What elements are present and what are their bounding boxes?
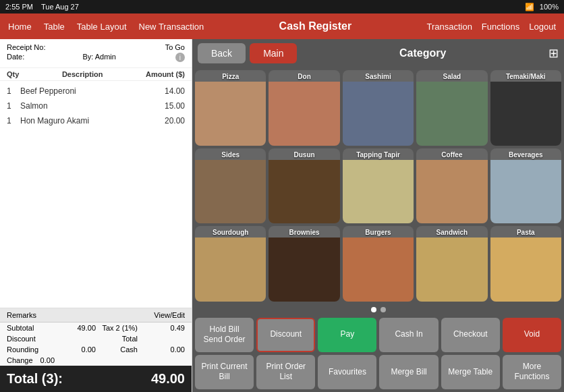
print-order-button[interactable]: Print Order List <box>256 355 315 389</box>
category-sourdough[interactable]: Sourdough <box>195 226 266 302</box>
category-pizza[interactable]: Pizza <box>195 70 266 146</box>
pagination-dots <box>192 304 564 315</box>
category-label: Don <box>295 70 313 82</box>
rounding-val: 0.00 <box>51 345 96 354</box>
category-label: Tapping Tapir <box>354 148 403 160</box>
category-label: Sashimi <box>362 70 393 82</box>
category-sashimi[interactable]: Sashimi <box>343 70 414 146</box>
remarks-row: Remarks View/Edit <box>0 308 192 323</box>
item-amt: 14.00 <box>154 86 185 96</box>
right-panel: Back Main Category ⊞ Pizza Don Sashimi S… <box>192 39 564 392</box>
category-label: Sides <box>219 148 242 160</box>
receipt-footer: Remarks View/Edit Subtotal 49.00 Tax 2 (… <box>0 308 192 392</box>
table-row: 1 Beef Pepperoni 14.00 <box>0 84 192 99</box>
bottom-actions: Hold Bill Send OrderDiscountPayCash InCh… <box>192 315 564 392</box>
cash-val: 0.00 <box>140 345 185 354</box>
status-icons: 📶 100% <box>525 3 559 11</box>
col-qty: Qty <box>7 70 19 78</box>
subtotal-label: Subtotal <box>7 324 51 332</box>
more-functions-button[interactable]: More Functions <box>503 355 561 389</box>
app-title: Cash Register <box>204 20 426 32</box>
rounding-label: Rounding <box>7 345 51 354</box>
dot-2 <box>380 307 386 312</box>
item-qty: 1 <box>7 101 20 111</box>
category-beverages[interactable]: Beverages <box>490 148 561 224</box>
status-time: 2:55 PM <box>5 3 33 11</box>
dot-1 <box>371 307 376 312</box>
merge-table-button[interactable]: Merge Table <box>441 355 500 389</box>
nav-right: Transaction Functions Logout <box>426 22 556 32</box>
category-brownies[interactable]: Brownies <box>269 226 339 302</box>
pay-button[interactable]: Pay <box>318 318 376 352</box>
category-bar: Back Main Category ⊞ <box>192 39 564 67</box>
discount-button[interactable]: Discount <box>256 318 315 352</box>
nav-table[interactable]: Table <box>44 22 65 32</box>
hold-bill-button[interactable]: Hold Bill Send Order <box>195 318 254 352</box>
category-tapping[interactable]: Tapping Tapir <box>343 148 414 224</box>
back-button[interactable]: Back <box>198 43 246 63</box>
main-layout: Receipt No: To Go Date: By: Admin i Qty … <box>0 39 564 392</box>
col-desc: Description <box>62 70 103 78</box>
receipt-columns: Qty Description Amount ($) <box>0 68 192 81</box>
nav-logout[interactable]: Logout <box>529 22 556 32</box>
view-edit-label[interactable]: View/Edit <box>154 311 185 319</box>
category-don[interactable]: Don <box>269 70 339 146</box>
status-bar: 2:55 PM Tue Aug 27 📶 100% <box>0 0 564 13</box>
nav-functions[interactable]: Functions <box>482 22 519 32</box>
nav-new-transaction[interactable]: New Transaction <box>139 22 204 32</box>
total-val: 49.00 <box>151 371 185 387</box>
category-label: Beverages <box>506 148 546 160</box>
total-label: Total (3): <box>7 371 63 387</box>
subtotal-val: 49.00 <box>51 324 96 332</box>
status-date: Tue Aug 27 <box>41 3 79 11</box>
remarks-label: Remarks <box>7 311 36 319</box>
main-button[interactable]: Main <box>250 43 297 63</box>
tax-val: 0.49 <box>140 324 185 332</box>
change-val: 0.00 <box>40 356 55 364</box>
category-burgers[interactable]: Burgers <box>343 226 414 302</box>
cash-in-button[interactable]: Cash In <box>379 318 438 352</box>
receipt-no-label: Receipt No: <box>7 43 45 51</box>
item-amt: 20.00 <box>154 116 185 125</box>
nav-home[interactable]: Home <box>8 22 32 32</box>
category-label: Salad <box>441 70 464 82</box>
left-panel: Receipt No: To Go Date: By: Admin i Qty … <box>0 39 192 392</box>
favourites-button[interactable]: Favourites <box>318 355 376 389</box>
nav-table-layout[interactable]: Table Layout <box>77 22 127 32</box>
item-desc[interactable]: Beef Pepperoni <box>20 86 154 96</box>
item-desc[interactable]: Salmon <box>20 101 154 111</box>
category-label: Dusun <box>291 148 318 160</box>
void-button[interactable]: Void <box>503 318 561 352</box>
receipt-items: 1 Beef Pepperoni 14.00 1 Salmon 15.00 1 … <box>0 81 192 308</box>
wifi-icon: 📶 <box>525 3 534 11</box>
nav-left: Home Table Table Layout New Transaction <box>8 22 204 32</box>
receipt-header: Receipt No: To Go Date: By: Admin i <box>0 39 192 68</box>
category-label: Coffee <box>439 148 465 160</box>
category-label: Sandwich <box>434 226 471 237</box>
checkout-button[interactable]: Checkout <box>441 318 500 352</box>
merge-bill-button[interactable]: Merge Bill <box>379 355 438 389</box>
info-icon: i <box>175 53 185 62</box>
category-sandwich[interactable]: Sandwich <box>416 226 487 302</box>
nav-transaction[interactable]: Transaction <box>426 22 472 32</box>
filter-icon[interactable]: ⊞ <box>548 46 559 61</box>
category-coffee[interactable]: Coffee <box>416 148 487 224</box>
tax-label: Tax 2 (1%) <box>96 324 140 332</box>
category-salad[interactable]: Salad <box>416 70 487 146</box>
category-dusun[interactable]: Dusun <box>269 148 339 224</box>
table-row: 1 Salmon 15.00 <box>0 99 192 113</box>
print-bill-button[interactable]: Print Current Bill <box>195 355 254 389</box>
top-nav: Home Table Table Layout New Transaction … <box>0 13 564 39</box>
discount-label: Discount <box>7 335 51 343</box>
total-label2: Total <box>96 335 140 343</box>
category-temaki[interactable]: Temaki/Maki <box>490 70 561 146</box>
category-label: Temaki/Maki <box>503 70 548 82</box>
category-label: Brownies <box>287 226 322 237</box>
item-desc[interactable]: Hon Maguro Akami <box>20 116 154 125</box>
category-pasta[interactable]: Pasta <box>490 226 561 302</box>
category-grid: Pizza Don Sashimi Salad Temaki/Maki Side… <box>192 67 564 304</box>
to-go-label: To Go <box>165 43 185 51</box>
cash-label: Cash <box>96 345 140 354</box>
item-qty: 1 <box>7 116 20 125</box>
category-sides[interactable]: Sides <box>195 148 266 224</box>
